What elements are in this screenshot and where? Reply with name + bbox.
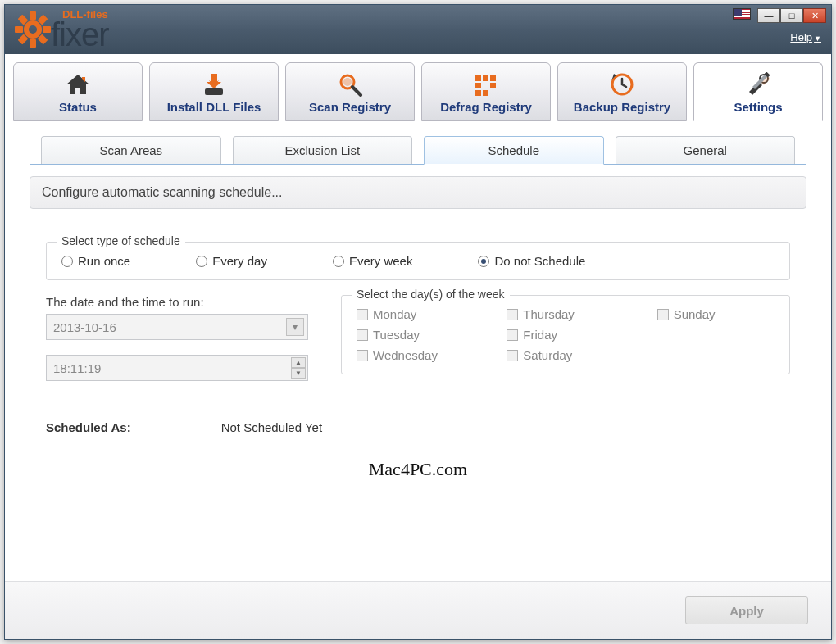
defrag-icon xyxy=(472,70,500,98)
subtab-exclusion-list[interactable]: Exclusion List xyxy=(233,136,413,164)
schedule-type-legend: Select type of schedule xyxy=(57,234,185,247)
svg-rect-2 xyxy=(30,39,36,48)
checkbox-thursday[interactable]: Thursday xyxy=(507,307,624,321)
radio-icon xyxy=(478,256,489,267)
radio-icon xyxy=(333,256,344,267)
radio-every-week[interactable]: Every week xyxy=(333,254,413,268)
app-window: DLL-files fixer — □ ✕ Help▼ Status xyxy=(4,4,832,640)
apply-button[interactable]: Apply xyxy=(685,596,808,624)
home-icon xyxy=(64,70,92,98)
checkbox-saturday[interactable]: Saturday xyxy=(507,348,624,362)
days-legend: Select the day(s) of the week xyxy=(352,288,510,301)
svg-rect-13 xyxy=(475,75,481,81)
checkbox-wednesday[interactable]: Wednesday xyxy=(357,348,474,362)
scheduled-as-row: Scheduled As: Not Scheduled Yet xyxy=(46,420,790,434)
tab-label: Defrag Registry xyxy=(440,100,532,114)
tab-label: Status xyxy=(59,100,97,114)
svg-rect-4 xyxy=(43,26,51,33)
content-area: Scan Areas Exclusion List Schedule Gener… xyxy=(5,121,831,581)
flag-us-icon[interactable] xyxy=(733,8,751,20)
close-button[interactable]: ✕ xyxy=(803,8,826,23)
gear-icon xyxy=(15,11,51,48)
checkbox-icon xyxy=(357,329,368,341)
time-field[interactable]: 18:11:19 ▲▼ xyxy=(46,355,308,381)
tab-label: Install DLL Files xyxy=(167,100,261,114)
tab-scan-registry[interactable]: Scan Registry xyxy=(285,62,415,121)
svg-line-12 xyxy=(352,87,361,95)
radio-icon xyxy=(61,256,73,267)
svg-rect-16 xyxy=(475,83,481,88)
checkbox-icon xyxy=(657,309,669,320)
minimize-button[interactable]: — xyxy=(757,8,780,23)
checkbox-monday[interactable]: Monday xyxy=(357,307,474,321)
svg-rect-18 xyxy=(475,90,481,96)
maximize-button[interactable]: □ xyxy=(780,8,803,23)
tab-backup-registry[interactable]: Backup Registry xyxy=(557,62,687,121)
chevron-down-icon: ▼ xyxy=(814,34,821,43)
radio-icon xyxy=(196,256,207,267)
tab-label: Backup Registry xyxy=(574,100,670,114)
window-controls: — □ ✕ Help▼ xyxy=(733,5,831,43)
svg-rect-9 xyxy=(205,88,223,95)
svg-rect-14 xyxy=(483,75,488,81)
sub-tabs: Scan Areas Exclusion List Schedule Gener… xyxy=(30,136,806,165)
datetime-label: The date and the time to run: xyxy=(46,295,308,309)
svg-rect-17 xyxy=(490,83,496,88)
help-link[interactable]: Help▼ xyxy=(790,31,821,43)
svg-rect-19 xyxy=(483,90,488,96)
main-tabs: Status Install DLL Files Scan Registry D… xyxy=(5,54,831,121)
search-icon xyxy=(336,70,364,98)
svg-rect-3 xyxy=(15,26,23,33)
spinner-icon[interactable]: ▲▼ xyxy=(291,357,306,379)
svg-rect-15 xyxy=(490,75,496,81)
checkbox-icon xyxy=(357,350,368,361)
tab-label: Scan Registry xyxy=(309,100,391,114)
scheduled-as-value: Not Scheduled Yet xyxy=(221,420,322,434)
titlebar: DLL-files fixer — □ ✕ Help▼ xyxy=(5,5,831,54)
checkbox-icon xyxy=(507,329,518,341)
section-title: Configure automatic scanning schedule... xyxy=(30,176,806,209)
logo-fixer-label: fixer xyxy=(51,20,109,49)
subtab-schedule[interactable]: Schedule xyxy=(424,136,604,165)
scheduled-as-label: Scheduled As: xyxy=(46,420,131,434)
subtab-general[interactable]: General xyxy=(616,136,796,164)
checkbox-icon xyxy=(357,309,368,320)
logo: DLL-files fixer xyxy=(15,10,109,49)
datetime-column: The date and the time to run: 2013-10-16… xyxy=(46,295,308,396)
checkbox-icon xyxy=(507,309,518,320)
svg-rect-1 xyxy=(30,11,36,20)
schedule-type-fieldset: Select type of schedule Run once Every d… xyxy=(46,242,790,280)
tab-status[interactable]: Status xyxy=(13,62,143,121)
radio-every-day[interactable]: Every day xyxy=(196,254,267,268)
radio-run-once[interactable]: Run once xyxy=(61,254,130,268)
svg-point-11 xyxy=(343,78,352,86)
tab-label: Settings xyxy=(734,100,782,114)
checkbox-sunday[interactable]: Sunday xyxy=(657,307,775,321)
checkbox-icon xyxy=(507,350,518,361)
checkbox-friday[interactable]: Friday xyxy=(507,328,624,342)
checkbox-tuesday[interactable]: Tuesday xyxy=(357,328,474,342)
footer: Apply xyxy=(5,581,831,639)
tab-install-dll[interactable]: Install DLL Files xyxy=(149,62,279,121)
calendar-dropdown-icon[interactable]: ▾ xyxy=(286,318,304,336)
svg-point-0 xyxy=(26,23,39,36)
radio-do-not-schedule[interactable]: Do not Schedule xyxy=(478,254,585,268)
clock-icon xyxy=(608,70,636,98)
date-field[interactable]: 2013-10-16 ▾ xyxy=(46,314,308,340)
watermark-text: Mac4PC.com xyxy=(30,459,806,480)
days-fieldset: Select the day(s) of the week Monday Thu… xyxy=(341,295,790,374)
tab-settings[interactable]: Settings xyxy=(693,62,823,121)
tools-icon xyxy=(744,70,772,98)
tab-defrag-registry[interactable]: Defrag Registry xyxy=(421,62,551,121)
subtab-scan-areas[interactable]: Scan Areas xyxy=(41,136,221,164)
download-icon xyxy=(200,70,228,98)
